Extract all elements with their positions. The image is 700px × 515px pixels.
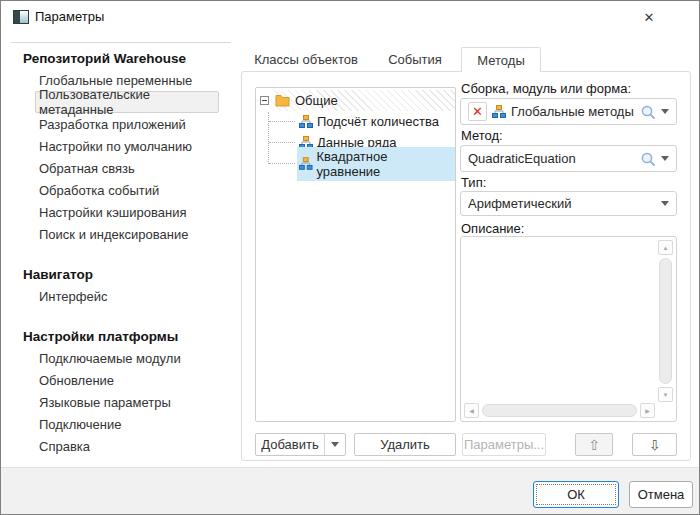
assembly-field[interactable]: ✕ Глобальные методы: [460, 98, 677, 125]
type-select[interactable]: Арифметический: [460, 191, 677, 216]
sidebar-group-navigator: Навигатор: [11, 263, 233, 285]
parameters-button: Параметры...: [462, 433, 546, 456]
tree-node-common[interactable]: Общие: [256, 90, 455, 111]
assembly-value: Глобальные методы: [511, 104, 635, 119]
method-value: QuadraticEquation: [468, 151, 635, 166]
chevron-down-icon[interactable]: [661, 156, 669, 161]
sidebar-item-connection[interactable]: Подключение: [11, 413, 233, 435]
title-separator: [11, 42, 231, 43]
chevron-down-icon[interactable]: [661, 109, 669, 114]
delete-button[interactable]: Удалить: [354, 433, 456, 456]
vertical-scrollbar[interactable]: ▲ ▼: [658, 240, 673, 402]
method-form: Сборка, модуль или форма: ✕ Глобальные м…: [460, 72, 677, 460]
chevron-down-icon: [331, 442, 339, 447]
description-label: Описание:: [461, 221, 524, 236]
move-down-button[interactable]: ⇩: [632, 433, 677, 456]
tab-events[interactable]: События: [381, 47, 449, 71]
sidebar-item-user-metadata[interactable]: Пользовательские метаданные: [35, 91, 219, 113]
tree-node-quadratic-equation[interactable]: Квадратное уравнение: [256, 153, 455, 174]
chevron-down-icon[interactable]: [661, 201, 669, 206]
sidebar-item-update[interactable]: Обновление: [11, 369, 233, 391]
tree-node-label: Общие: [295, 93, 338, 108]
window-title: Параметры: [35, 9, 104, 24]
sidebar-item-help[interactable]: Справка: [11, 435, 233, 457]
scrollbar-thumb[interactable]: [482, 404, 637, 417]
sidebar-item-defaults[interactable]: Настройки по умолчанию: [11, 135, 233, 157]
method-icon: [492, 105, 506, 118]
sidebar-item-feedback[interactable]: Обратная связь: [11, 157, 233, 179]
sidebar-item-interface[interactable]: Интерфейс: [11, 285, 233, 307]
search-icon[interactable]: [640, 151, 656, 167]
move-up-button[interactable]: ⇧: [575, 433, 613, 456]
collapse-icon[interactable]: [260, 96, 269, 105]
type-label: Тип:: [461, 175, 486, 190]
add-button[interactable]: Добавить: [255, 433, 346, 456]
clear-icon[interactable]: ✕: [468, 102, 487, 121]
horizontal-scrollbar[interactable]: ◀ ▶: [464, 403, 655, 418]
description-textarea[interactable]: ▲ ▼ ◀ ▶: [460, 236, 677, 422]
sidebar-item-language[interactable]: Языковые параметры: [11, 391, 233, 413]
method-icon: [299, 115, 313, 128]
sidebar-item-search-indexing[interactable]: Поиск и индексирование: [11, 223, 233, 245]
close-icon[interactable]: ✕: [639, 7, 659, 27]
tree-node-count[interactable]: Подсчёт количества: [256, 111, 455, 132]
sidebar-item-plugins[interactable]: Подключаемые модули: [11, 347, 233, 369]
footer: ОК Отмена: [1, 467, 699, 514]
method-icon: [299, 157, 313, 170]
method-label: Метод:: [461, 128, 503, 143]
app-icon: [13, 10, 29, 24]
scroll-up-icon[interactable]: ▲: [658, 240, 673, 255]
tree-node-label: Подсчёт количества: [317, 114, 439, 129]
cancel-button[interactable]: Отмена: [629, 481, 693, 508]
sidebar-group-platform: Настройки платформы: [11, 325, 233, 347]
sidebar-item-event-handling[interactable]: Обработка событий: [11, 179, 233, 201]
methods-tree: Общие Подсчёт количества: [255, 87, 456, 422]
title-bar: Параметры ✕: [1, 1, 699, 42]
options-dialog: Параметры ✕ Репозиторий Warehouse Глобал…: [0, 0, 700, 515]
type-value: Арифметический: [468, 196, 656, 211]
tab-object-classes[interactable]: Классы объектов: [251, 47, 361, 71]
scrollbar-thumb[interactable]: [659, 258, 672, 384]
sidebar-item-caching[interactable]: Настройки кэширования: [11, 201, 233, 223]
scroll-right-icon[interactable]: ▶: [640, 403, 655, 418]
methods-tab-pane: Общие Подсчёт количества: [241, 71, 691, 461]
assembly-label: Сборка, модуль или форма:: [461, 81, 631, 96]
ok-button[interactable]: ОК: [533, 481, 619, 508]
folder-icon: [275, 94, 290, 107]
tree-node-label: Квадратное уравнение: [317, 149, 450, 179]
scroll-down-icon[interactable]: ▼: [658, 387, 673, 402]
scroll-left-icon[interactable]: ◀: [464, 403, 479, 418]
tab-methods[interactable]: Методы: [461, 47, 541, 72]
sidebar-group-repository: Репозиторий Warehouse: [11, 47, 233, 69]
sidebar: Репозиторий Warehouse Глобальные перемен…: [11, 45, 233, 457]
add-dropdown[interactable]: [325, 442, 345, 447]
method-field[interactable]: QuadraticEquation: [460, 145, 677, 172]
search-icon[interactable]: [640, 104, 656, 120]
